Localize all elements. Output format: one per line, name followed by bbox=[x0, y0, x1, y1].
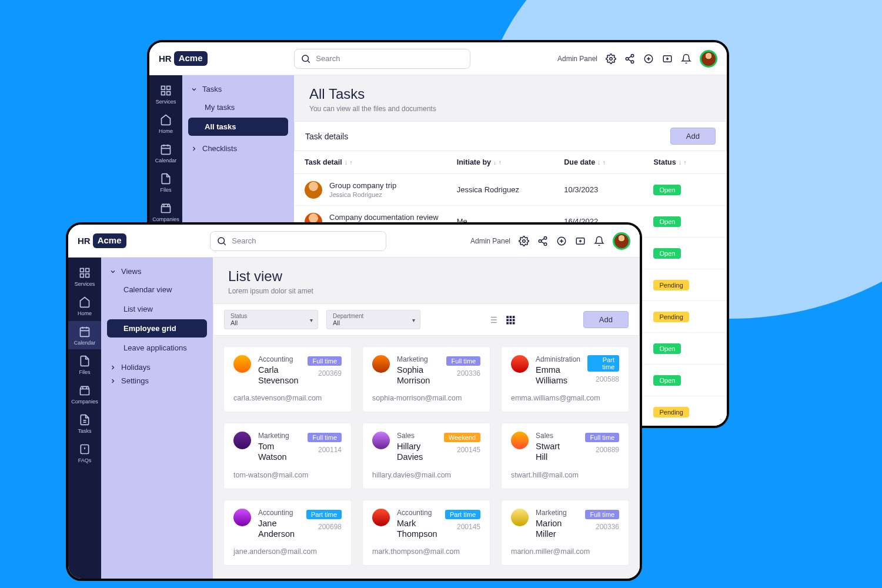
employee-avatar bbox=[372, 509, 390, 526]
rail-item-files[interactable]: Files bbox=[149, 168, 182, 196]
employee-card[interactable]: Accounting CarlaStevenson Full time 2003… bbox=[223, 346, 352, 412]
svg-rect-33 bbox=[513, 322, 515, 324]
rail-item-files[interactable]: Files bbox=[68, 350, 101, 379]
admin-panel-link[interactable]: Admin Panel bbox=[557, 55, 597, 63]
add-button[interactable]: Add bbox=[583, 311, 629, 328]
rail-item-faqs[interactable]: FAQs bbox=[68, 439, 101, 467]
employee-id: 200588 bbox=[587, 375, 619, 383]
rail-item-home[interactable]: Home bbox=[149, 109, 182, 138]
services-icon bbox=[79, 267, 91, 279]
search-input[interactable]: Search bbox=[294, 49, 470, 69]
task-due: 10/3/2023 bbox=[564, 185, 653, 194]
share-icon[interactable] bbox=[624, 54, 635, 64]
status-badge: Pending bbox=[653, 312, 689, 322]
rail-item-calendar[interactable]: Calendar bbox=[149, 139, 182, 167]
calendar-icon bbox=[160, 143, 172, 155]
svg-rect-10 bbox=[162, 92, 165, 95]
announce-icon[interactable] bbox=[575, 236, 586, 246]
share-icon[interactable] bbox=[537, 236, 548, 246]
employee-card[interactable]: Marketing TomWatson Full time 200114 tom… bbox=[223, 423, 352, 489]
grid-view-icon[interactable] bbox=[505, 315, 516, 325]
rail-item-services[interactable]: Services bbox=[149, 80, 182, 108]
plus-circle-icon[interactable] bbox=[643, 54, 654, 64]
employee-id: 200145 bbox=[445, 523, 480, 531]
employee-id: 200336 bbox=[446, 369, 480, 377]
svg-point-1 bbox=[610, 57, 613, 60]
subnav-item-employee-grid[interactable]: Employee grid bbox=[107, 319, 207, 338]
svg-point-13 bbox=[523, 239, 526, 242]
employee-email: tom-watson@mail.com bbox=[233, 471, 342, 479]
services-icon bbox=[160, 85, 172, 96]
user-avatar[interactable] bbox=[613, 232, 630, 250]
filter-department[interactable]: Department All ▾ bbox=[326, 310, 420, 329]
employee-email: carla.stevenson@mail.com bbox=[233, 394, 342, 402]
svg-rect-27 bbox=[513, 316, 515, 318]
employee-card[interactable]: Sales HillaryDavies Weekend 200145 hilla… bbox=[362, 423, 490, 489]
tasks-icon bbox=[79, 414, 91, 426]
employee-avatar bbox=[233, 432, 251, 449]
rail-item-companies[interactable]: Companies bbox=[68, 380, 101, 408]
employee-card[interactable]: Administration EmmaWilliams Part time 20… bbox=[501, 346, 629, 412]
faqs-icon bbox=[79, 443, 91, 455]
subnav-item-calendar-view[interactable]: Calendar view bbox=[107, 280, 207, 299]
employee-card[interactable]: Accounting MarkThompson Part time 200145… bbox=[362, 500, 490, 566]
svg-rect-21 bbox=[86, 274, 89, 278]
subnav-section-checklists[interactable]: Checklists bbox=[191, 144, 288, 153]
employee-id: 200336 bbox=[585, 523, 619, 531]
svg-rect-28 bbox=[507, 319, 509, 321]
task-creator: Jessica Rodriguez bbox=[329, 191, 396, 198]
employment-type-badge: Full time bbox=[585, 433, 619, 442]
plus-circle-icon[interactable] bbox=[556, 236, 567, 246]
svg-rect-26 bbox=[510, 316, 512, 318]
employee-card[interactable]: Accounting JaneAnderson Part time 200698… bbox=[223, 500, 352, 566]
subnav-item-list-view[interactable]: List view bbox=[107, 300, 207, 318]
brand-prefix: HR bbox=[159, 54, 172, 64]
svg-rect-32 bbox=[510, 322, 512, 324]
subnav-item-all-tasks[interactable]: All tasks bbox=[188, 118, 288, 136]
rail-item-services[interactable]: Services bbox=[68, 262, 101, 290]
brand-pill: Acme bbox=[93, 233, 126, 248]
page-subtitle: You can view all the files and documents bbox=[309, 105, 711, 113]
gear-icon[interactable] bbox=[606, 54, 616, 64]
employee-email: mark.thompson@mail.com bbox=[372, 547, 480, 556]
bell-icon[interactable] bbox=[594, 236, 604, 246]
admin-panel-link[interactable]: Admin Panel bbox=[470, 237, 510, 245]
subnav-item-my-tasks[interactable]: My tasks bbox=[188, 98, 288, 116]
search-placeholder: Search bbox=[316, 54, 340, 63]
employment-type-badge: Part time bbox=[587, 355, 619, 372]
employee-department: Sales bbox=[536, 432, 560, 440]
svg-point-15 bbox=[539, 239, 542, 242]
rail-item-tasks[interactable]: Tasks bbox=[68, 409, 101, 437]
gear-icon[interactable] bbox=[519, 236, 529, 246]
filter-status[interactable]: Status All ▾ bbox=[224, 310, 318, 329]
rail-item-home[interactable]: Home bbox=[68, 292, 101, 320]
add-button[interactable]: Add bbox=[670, 128, 716, 145]
employee-card[interactable]: Marketing SophiaMorrison Full time 20033… bbox=[362, 346, 490, 412]
top-bar: HR Acme Search Admin Panel bbox=[149, 42, 727, 75]
svg-rect-19 bbox=[81, 269, 84, 272]
subnav-section-holidays[interactable]: Holidays bbox=[109, 363, 207, 372]
employee-email: marion.miller@mail.com bbox=[511, 547, 619, 556]
search-icon bbox=[300, 54, 311, 64]
companies-icon bbox=[160, 202, 172, 214]
employment-type-badge: Weekend bbox=[444, 433, 480, 442]
employee-id: 200698 bbox=[306, 523, 342, 531]
employee-card[interactable]: Sales StwartHill Full time 200889 stwart… bbox=[501, 423, 629, 489]
user-avatar[interactable] bbox=[700, 50, 717, 68]
subnav-section-views[interactable]: Views bbox=[109, 267, 207, 276]
employee-card[interactable]: Marketing MarionMiller Full time 200336 … bbox=[501, 500, 629, 566]
list-view-icon[interactable] bbox=[487, 315, 498, 325]
svg-rect-11 bbox=[162, 145, 171, 154]
table-row[interactable]: Group company trip Jessica Rodriguez Jes… bbox=[294, 174, 727, 206]
rail-item-calendar[interactable]: Calendar bbox=[68, 321, 101, 349]
subnav-section-tasks[interactable]: Tasks bbox=[191, 85, 288, 93]
announce-icon[interactable] bbox=[662, 54, 673, 64]
subnav-item-leave-applications[interactable]: Leave applications bbox=[107, 339, 207, 357]
bell-icon[interactable] bbox=[681, 54, 691, 64]
rail-item-companies[interactable]: Companies bbox=[149, 198, 182, 226]
search-input[interactable]: Search bbox=[210, 231, 386, 251]
employment-type-badge: Full time bbox=[308, 356, 342, 366]
subnav-section-settings[interactable]: Settings bbox=[109, 376, 207, 385]
employee-id: 200114 bbox=[308, 446, 342, 454]
employee-email: sophia-morrison@mail.com bbox=[372, 394, 480, 402]
